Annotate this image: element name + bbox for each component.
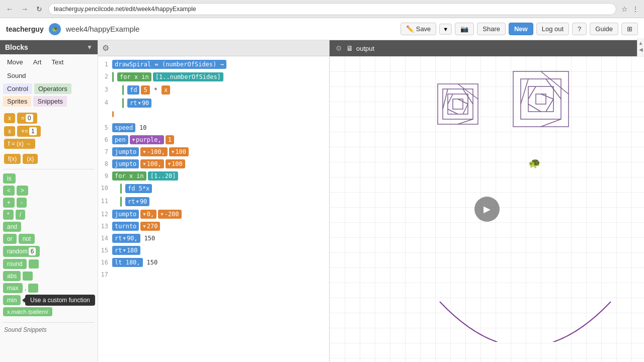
code-line-2: 2 for x in [1..numberOfSides] xyxy=(98,70,329,83)
minus-block[interactable]: - xyxy=(17,198,27,208)
sidebar-item-move[interactable]: Move xyxy=(3,56,27,68)
token-270[interactable]: ▼270 xyxy=(140,222,160,231)
svg-line-17 xyxy=(528,86,536,99)
line-num-10: 10 xyxy=(98,183,112,192)
token-fd-5x2[interactable]: fd 5*x xyxy=(125,184,152,193)
sidebar-item-control[interactable]: Control xyxy=(3,83,32,94)
token-pen[interactable]: pen xyxy=(112,135,128,144)
fn-call-parens[interactable]: (x) xyxy=(23,154,38,164)
url-bar[interactable] xyxy=(48,3,616,15)
nav-back-button[interactable]: ← xyxy=(4,4,15,14)
max-input-block[interactable] xyxy=(28,284,38,293)
x-equals-block[interactable]: = 0 xyxy=(17,113,37,124)
share-button[interactable]: Share xyxy=(477,23,506,35)
multiply-block[interactable]: * xyxy=(3,210,14,220)
code-line-13: 13 turnto ▼270 xyxy=(98,220,329,232)
camera-button[interactable]: 📷 xyxy=(455,23,474,35)
token-rt-90-150[interactable]: rt ▼90, xyxy=(112,234,140,243)
line-num-2: 2 xyxy=(98,71,112,80)
code-line-3: 3 fd 5 * x xyxy=(98,83,329,97)
fn-call-block[interactable]: f(x) xyxy=(4,154,21,164)
sidebar-item-sprites[interactable]: Sprites xyxy=(3,96,31,107)
fn-define-block[interactable]: f = (x) → xyxy=(4,139,35,149)
token-drawspiral[interactable]: drawSpiral = (numberOfSides) → xyxy=(112,60,226,69)
max-block[interactable]: max xyxy=(3,283,23,293)
save-button[interactable]: ✏️ Save xyxy=(400,23,437,35)
round-block[interactable]: round xyxy=(3,259,27,269)
sidebar-item-operators[interactable]: Operators xyxy=(34,83,71,94)
line-num-14: 14 xyxy=(98,233,112,242)
token-100-3[interactable]: ▼100 xyxy=(166,159,185,168)
play-button[interactable]: ▶ xyxy=(474,197,500,222)
token-x-var[interactable]: x xyxy=(162,85,170,95)
or-block[interactable]: or xyxy=(3,234,17,244)
sidebar-item-sound[interactable]: Sound xyxy=(3,70,30,81)
token-neg100[interactable]: ▼-100, xyxy=(140,147,168,156)
token-100-2[interactable]: ▼100, xyxy=(140,159,164,168)
is-block[interactable]: is xyxy=(3,173,16,184)
token-rt-90[interactable]: rt ▼90 xyxy=(127,99,151,108)
token-0[interactable]: ▼0, xyxy=(140,210,156,219)
token-for-x[interactable]: for x in xyxy=(117,72,151,81)
x-plus-equals-block[interactable]: += 1 xyxy=(17,126,41,137)
output-title: 🖥 output xyxy=(346,44,374,52)
sidebar-item-art[interactable]: Art xyxy=(29,56,46,68)
gt-block[interactable]: > xyxy=(17,186,28,196)
plus-block[interactable]: + xyxy=(3,198,15,208)
abs-input-block[interactable] xyxy=(23,272,33,281)
divide-block[interactable]: / xyxy=(16,210,25,220)
token-jumpto-2[interactable]: jumpto xyxy=(112,159,139,168)
line-num-1: 1 xyxy=(98,59,112,68)
token-rt-90-2[interactable]: rt ▼90 xyxy=(125,197,149,206)
random-block[interactable]: random 6 xyxy=(3,246,40,257)
output-title-text: output xyxy=(356,45,374,52)
nav-refresh-button[interactable]: ↻ xyxy=(34,4,44,14)
gear-output-icon[interactable]: ⚙ xyxy=(336,44,342,52)
guide-button[interactable]: Guide xyxy=(590,23,618,35)
new-button[interactable]: New xyxy=(509,23,533,35)
line-num-15: 15 xyxy=(98,245,112,254)
share-label: Share xyxy=(482,25,500,33)
x-increment-block[interactable]: x xyxy=(4,126,15,136)
round-input-block[interactable] xyxy=(29,259,39,268)
token-range-1[interactable]: [1..numberOfSides] xyxy=(153,72,223,81)
app-header: teacherguy 🐢 week4/happyExample ✏️ Save … xyxy=(0,18,644,40)
layout-button[interactable]: ⊞ xyxy=(621,23,638,35)
min-block[interactable]: min xyxy=(3,295,21,305)
gear-icon[interactable]: ⚙ xyxy=(102,43,109,53)
svg-line-22 xyxy=(541,119,561,127)
token-fd-5x[interactable]: fd xyxy=(127,85,139,95)
token-neg200[interactable]: ▼-200 xyxy=(158,210,181,219)
line-num-6: 6 xyxy=(98,135,112,143)
token-pen-width[interactable]: 1 xyxy=(166,135,174,144)
question-button[interactable]: ? xyxy=(572,23,587,35)
semicircle-arc xyxy=(430,241,621,342)
browser-menu-icon[interactable]: ⋮ xyxy=(631,4,640,14)
logout-button[interactable]: Log out xyxy=(536,23,569,35)
token-speed[interactable]: speed xyxy=(112,123,135,132)
lt-block[interactable]: < xyxy=(3,186,15,196)
blocks-collapse-arrow[interactable]: ▼ xyxy=(87,44,93,51)
token-100[interactable]: ▼100 xyxy=(169,147,189,156)
token-turnto[interactable]: turnto xyxy=(112,222,139,231)
sidebar-item-text[interactable]: Text xyxy=(47,56,67,68)
token-jumpto-1[interactable]: jumpto xyxy=(112,147,139,156)
token-jumpto-3[interactable]: jumpto xyxy=(112,210,139,219)
app-logo-text: teacherguy xyxy=(6,25,44,33)
save-dropdown-button[interactable]: ▼ xyxy=(439,24,452,35)
xmatch-block[interactable]: x.match /pattern/ xyxy=(3,307,52,316)
token-rt-180[interactable]: rt ▼180 xyxy=(112,246,140,255)
token-lt-180[interactable]: lt 180, xyxy=(112,258,143,267)
not-block[interactable]: not xyxy=(19,234,35,244)
browser-star-icon[interactable]: ☆ xyxy=(620,4,629,14)
sidebar-item-snippets[interactable]: Snippets xyxy=(33,96,67,107)
token-purple[interactable]: ▼purple, xyxy=(130,135,164,144)
nav-forward-button[interactable]: → xyxy=(19,4,30,14)
x-var-block[interactable]: x xyxy=(4,113,15,123)
token-5[interactable]: 5 xyxy=(141,85,149,95)
and-block[interactable]: and xyxy=(3,222,21,232)
token-for-x2[interactable]: for x in xyxy=(112,171,146,180)
code-line-17: 17 xyxy=(98,268,329,281)
token-range-2[interactable]: [1..20] xyxy=(148,171,179,180)
abs-block[interactable]: abs xyxy=(3,271,21,281)
